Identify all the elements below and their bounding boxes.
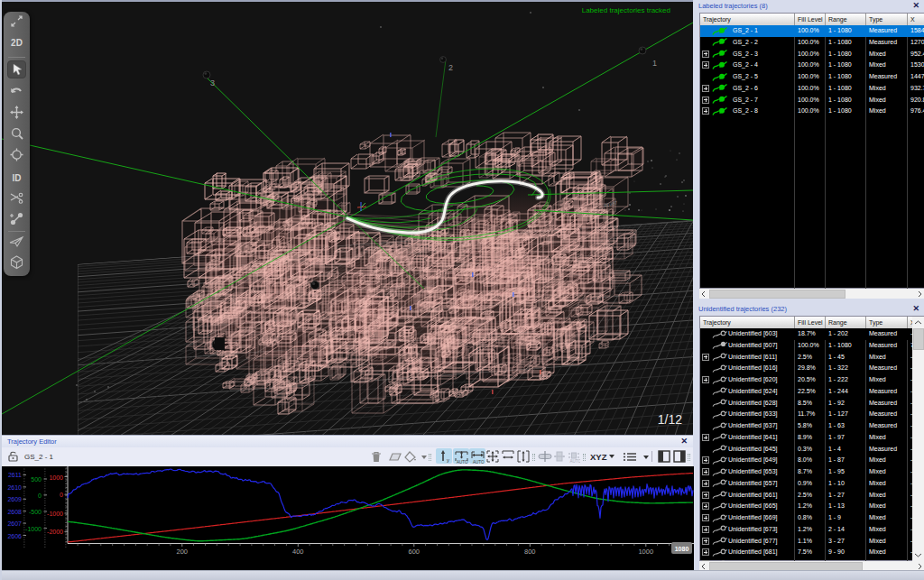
svg-text:2607: 2607 xyxy=(7,520,22,527)
svg-text:800: 800 xyxy=(524,548,536,556)
svg-text:500: 500 xyxy=(31,476,42,483)
svg-text:-2000: -2000 xyxy=(47,529,63,535)
svg-text:1080: 1080 xyxy=(675,546,689,552)
svg-text:400: 400 xyxy=(292,548,304,556)
svg-text:200: 200 xyxy=(177,548,189,556)
svg-text:AUTO: AUTO xyxy=(473,460,485,465)
svg-text:2608: 2608 xyxy=(7,509,22,515)
svg-text:600: 600 xyxy=(409,548,420,556)
svg-text:y: y xyxy=(447,457,449,463)
svg-text:AUTO: AUTO xyxy=(457,460,468,465)
svg-text:2610: 2610 xyxy=(7,484,22,491)
svg-text:-500: -500 xyxy=(29,509,42,515)
svg-text:2611: 2611 xyxy=(8,472,22,478)
svg-text:-1000: -1000 xyxy=(47,511,63,517)
svg-text:1000: 1000 xyxy=(638,548,653,556)
svg-text:0: 0 xyxy=(38,493,42,499)
svg-text:2609: 2609 xyxy=(7,496,22,502)
svg-text:2: 2 xyxy=(448,63,453,72)
svg-text:0: 0 xyxy=(60,492,63,498)
svg-text:-1000: -1000 xyxy=(25,526,42,532)
svg-text:1: 1 xyxy=(652,59,657,68)
svg-text:1000: 1000 xyxy=(49,474,63,481)
svg-text:AUTO: AUTO xyxy=(570,459,581,463)
svg-text:2606: 2606 xyxy=(7,533,22,539)
svg-text:3: 3 xyxy=(210,78,215,87)
